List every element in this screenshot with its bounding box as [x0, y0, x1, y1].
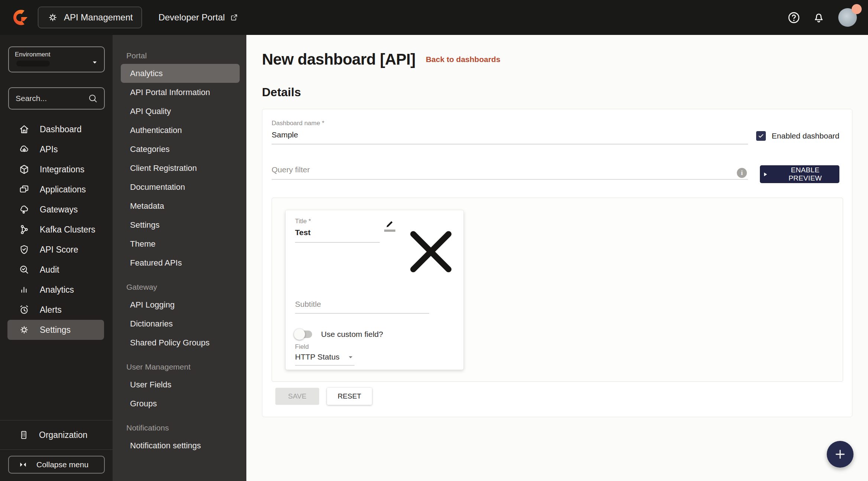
app-switcher-button[interactable]: API Management	[38, 7, 142, 28]
developer-portal-label: Developer Portal	[158, 12, 225, 23]
help-icon[interactable]	[787, 11, 801, 25]
sidebar-item-alerts[interactable]: Alerts	[7, 300, 104, 320]
reset-button[interactable]: RESET	[327, 388, 372, 405]
user-avatar[interactable]	[838, 8, 857, 27]
check-icon	[758, 133, 764, 139]
sidebar-divider	[0, 449, 113, 450]
sidebar-item-apis[interactable]: APIs	[7, 139, 104, 159]
subsidebar-item-categories[interactable]: Categories	[113, 140, 246, 159]
back-to-dashboards-link[interactable]: Back to dashboards	[426, 55, 501, 64]
sidebar-item-audit[interactable]: Audit	[7, 260, 104, 280]
dashboard-name-label: Dashboard name *	[272, 120, 748, 127]
info-icon[interactable]: i	[737, 168, 747, 178]
sidebar-item-gateways[interactable]: Gateways	[7, 199, 104, 220]
subsidebar-item-api-logging[interactable]: API Logging	[113, 295, 246, 314]
dashboard-name-field[interactable]: Dashboard name * Sample	[272, 120, 748, 144]
subsidebar-item-analytics[interactable]: Analytics	[121, 64, 240, 83]
remove-widget-button[interactable]	[398, 219, 463, 284]
gravitee-logo-icon	[11, 8, 30, 27]
sidebar-search-input[interactable]: Search...	[8, 87, 105, 110]
settings-sidebar: PortalAnalyticsAPI Portal InformationAPI…	[113, 35, 246, 481]
environment-value-redacted	[16, 61, 50, 66]
sidebar-item-analytics[interactable]: Analytics	[7, 280, 104, 300]
subsidebar-item-groups[interactable]: Groups	[113, 394, 246, 413]
enable-preview-label: ENABLE PREVIEW	[773, 166, 837, 182]
sidebar-item-label: Alerts	[40, 305, 62, 315]
dashboard-grid-panel: Title * Test Su	[272, 198, 843, 382]
widget-editor-card: Title * Test Su	[285, 210, 464, 370]
subsidebar-item-user-fields[interactable]: User Fields	[113, 375, 246, 394]
subsidebar-item-api-portal-information[interactable]: API Portal Information	[113, 83, 246, 102]
save-button[interactable]: SAVE	[275, 388, 319, 405]
primary-nav: DashboardAPIsIntegrationsApplicationsGat…	[0, 119, 113, 340]
details-card: Dashboard name * Sample Enabled dashboar…	[262, 109, 852, 417]
subsidebar-item-theme[interactable]: Theme	[113, 234, 246, 253]
enabled-dashboard-control[interactable]: Enabled dashboard	[756, 131, 839, 141]
subsidebar-item-featured-apis[interactable]: Featured APIs	[113, 253, 246, 272]
avatar-status-badge	[852, 4, 862, 14]
sidebar-item-integrations[interactable]: Integrations	[7, 159, 104, 179]
sidebar-item-label: Dashboard	[40, 124, 82, 134]
subsidebar-item-metadata[interactable]: Metadata	[113, 196, 246, 215]
bar-chart-icon	[19, 284, 30, 295]
subsidebar-section-portal: Portal	[113, 51, 246, 60]
sidebar-item-label: Gateways	[40, 205, 78, 215]
subsidebar-section-notifications: Notifications	[113, 423, 246, 432]
sidebar-item-label: Settings	[40, 325, 71, 335]
query-filter-field[interactable]: Query filter i	[272, 165, 748, 180]
details-heading: Details	[262, 85, 853, 99]
field-label: Field	[295, 343, 463, 351]
add-widget-fab[interactable]	[827, 441, 854, 468]
home-icon	[19, 124, 30, 135]
organization-label: Organization	[39, 430, 87, 440]
subsidebar-item-settings[interactable]: Settings	[113, 215, 246, 234]
subsidebar-item-notification-settings[interactable]: Notification settings	[113, 436, 246, 455]
sidebar-item-label: Kafka Clusters	[40, 225, 95, 235]
sidebar-item-label: Audit	[40, 265, 59, 275]
search-placeholder: Search...	[16, 94, 47, 103]
widget-title-field[interactable]: Title * Test	[295, 218, 380, 284]
field-select[interactable]: HTTP Status	[295, 351, 354, 365]
subsidebar-section-user-management: User Management	[113, 363, 246, 371]
sidebar-item-label: Applications	[40, 185, 86, 195]
sidebar-item-kafka-clusters[interactable]: Kafka Clusters	[7, 220, 104, 240]
widget-subtitle-field[interactable]: Subtitle	[295, 300, 429, 313]
collapse-menu-button[interactable]: Collapse menu	[8, 456, 105, 474]
dashboard-name-value[interactable]: Sample	[272, 127, 748, 144]
sidebar-item-organization[interactable]: Organization	[0, 420, 113, 449]
subsidebar-item-api-quality[interactable]: API Quality	[113, 102, 246, 121]
kafka-icon	[19, 224, 30, 235]
sidebar-item-dashboard[interactable]: Dashboard	[7, 119, 104, 139]
sidebar-item-api-score[interactable]: API Score	[7, 240, 104, 260]
enable-preview-button[interactable]: ENABLE PREVIEW	[760, 165, 839, 183]
sidebar-item-applications[interactable]: Applications	[7, 179, 104, 199]
enabled-dashboard-checkbox[interactable]	[756, 131, 766, 141]
notifications-bell-icon[interactable]	[812, 11, 826, 25]
subsidebar-item-shared-policy-groups[interactable]: Shared Policy Groups	[113, 333, 246, 352]
alarm-clock-icon	[19, 304, 30, 315]
use-custom-field-toggle[interactable]	[295, 331, 312, 338]
top-bar: API Management Developer Portal	[0, 0, 868, 35]
search-check-icon	[19, 264, 30, 275]
field-select-value: HTTP Status	[295, 352, 340, 361]
external-link-icon	[230, 13, 239, 22]
applications-icon	[19, 184, 30, 195]
pencil-underline-bar	[384, 230, 395, 232]
edit-widget-button[interactable]	[384, 219, 395, 232]
collapse-menu-label: Collapse menu	[36, 460, 88, 469]
subsidebar-item-authentication[interactable]: Authentication	[113, 121, 246, 140]
sidebar-item-label: Analytics	[40, 285, 74, 295]
subsidebar-item-client-registration[interactable]: Client Registration	[113, 159, 246, 178]
widget-title-value[interactable]: Test	[295, 225, 380, 243]
play-icon	[762, 171, 768, 178]
environment-label: Environment	[15, 51, 98, 58]
subsidebar-item-documentation[interactable]: Documentation	[113, 178, 246, 196]
environment-selector[interactable]: Environment	[8, 46, 105, 72]
sidebar-item-settings[interactable]: Settings	[7, 320, 104, 340]
developer-portal-link[interactable]: Developer Portal	[158, 12, 239, 23]
sidebar-item-label: API Score	[40, 245, 78, 255]
close-icon	[398, 219, 463, 284]
gear-icon	[19, 324, 30, 335]
subsidebar-item-dictionaries[interactable]: Dictionaries	[113, 314, 246, 333]
query-filter-placeholder: Query filter	[272, 165, 748, 179]
